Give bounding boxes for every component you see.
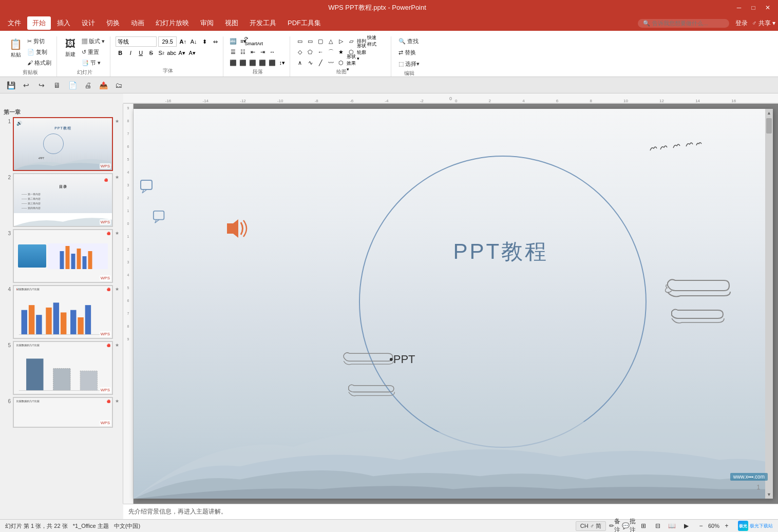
search-input[interactable] [652, 20, 724, 26]
font-size-down-button[interactable]: A↓ [189, 37, 198, 46]
shape-wave-button[interactable]: ∿ [306, 58, 315, 67]
slide-thumb-4[interactable]: 4 🔴 比较数据的几个比较 📢 WPS [3, 285, 120, 339]
section-button[interactable]: 📑 节 ▾ [80, 58, 107, 68]
shape-tri-button[interactable]: △ [326, 36, 335, 46]
select-button[interactable]: ⬚ 选择▾ [396, 59, 422, 69]
menu-pdf[interactable]: PDF工具集 [282, 16, 326, 30]
redo-button[interactable]: ↪ [35, 79, 48, 92]
shape-curve-button[interactable]: ⌒ [326, 47, 335, 56]
share-btn[interactable]: ♂ 共享 ▾ [752, 19, 775, 28]
slide-canvas[interactable]: PPT教程 [134, 109, 773, 499]
char-spacing-button[interactable]: ⇔ [211, 37, 220, 46]
menu-view[interactable]: 视图 [220, 16, 243, 30]
save-qa-button[interactable]: 💾 [4, 79, 17, 92]
preview-button[interactable]: 📄 [66, 79, 79, 92]
shape-arc-button[interactable]: ∧ [295, 58, 305, 67]
justify-button[interactable]: ⬛ [258, 58, 267, 67]
shape-para-button[interactable]: ▱ [347, 36, 356, 46]
find-button[interactable]: 🔍 查找 [396, 36, 422, 46]
shape-rounded-button[interactable]: ▢ [316, 36, 325, 46]
minimize-button[interactable]: ─ [734, 3, 744, 13]
slideshow-button[interactable]: ▶ [681, 521, 692, 530]
shape-pentagon-button[interactable]: ⬠ [306, 47, 315, 56]
menu-insert[interactable]: 插入 [52, 16, 75, 30]
shape-line-button[interactable]: ╱ [316, 58, 325, 67]
shape-rtri-button[interactable]: ▷ [336, 36, 346, 46]
font-size-input[interactable] [158, 36, 177, 47]
reset-button[interactable]: ↺ 重置 [80, 47, 107, 57]
align-right-button[interactable]: ⬛ [248, 58, 257, 67]
close-button[interactable]: ✕ [763, 3, 773, 13]
menu-file[interactable]: 文件 [3, 16, 26, 30]
shadow-button[interactable]: S2 [157, 48, 166, 58]
menu-review[interactable]: 审阅 [195, 16, 219, 30]
menu-home[interactable]: 开始 [27, 16, 51, 30]
shape-star-button[interactable]: ★ [336, 47, 346, 56]
font-name-input[interactable] [116, 36, 157, 47]
underline-button[interactable]: U [136, 48, 145, 58]
bold-button[interactable]: B [116, 48, 125, 58]
slide-image-5[interactable]: 🔴 比较数据的几个比较 WPS [13, 341, 113, 395]
shape-more-button[interactable]: ⬡ [336, 58, 346, 67]
menu-slideshow[interactable]: 幻灯片放映 [150, 16, 194, 30]
slide-image-1[interactable]: PPT教程 •PPT 🔊 WPS [13, 117, 113, 171]
align-center-button[interactable]: ⬛ [238, 58, 248, 67]
slide-thumb-6[interactable]: 6 🔴 比较数据的几个比较 WPS ★ [3, 397, 120, 428]
slide-image-4[interactable]: 🔴 比较数据的几个比较 📢 WPS [13, 285, 113, 339]
shape-rect-button[interactable]: ▭ [295, 36, 305, 46]
input-mode-btn[interactable]: CH ♂ 简 [576, 521, 606, 531]
undo-button[interactable]: ↩ [20, 79, 33, 92]
smartart-button[interactable]: ⟳ SmartArt [249, 36, 258, 46]
canvas-area[interactable]: 9876543210123456789 [123, 104, 778, 504]
shape-diamond-button[interactable]: ◇ [295, 47, 305, 56]
reading-view-button[interactable]: 📖 [667, 521, 678, 530]
align-left-button[interactable]: ⬛ [229, 58, 238, 67]
font-color-button[interactable]: A▾ [177, 48, 186, 58]
slide-image-2[interactable]: 🔴 目 录 ─── 第一章内容 ─── 第二章内容 ─── 第三章内容 ─── … [13, 173, 113, 227]
slide-thumb-3[interactable]: 3 🔴 [3, 229, 120, 283]
slideshow-qa-button[interactable]: 🖥 [50, 79, 64, 92]
print-button[interactable]: 🖨 [81, 79, 94, 92]
slide-image-3[interactable]: 🔴 WPS [13, 229, 113, 283]
char-case-button[interactable]: abc [167, 48, 176, 58]
text-direction-button[interactable]: ⬍ [200, 37, 209, 46]
comment-button[interactable]: 💬批注 [623, 521, 635, 530]
menu-developer[interactable]: 开发工具 [244, 16, 281, 30]
slide-thumb-5[interactable]: 5 🔴 比较数据的几个比较 WPS ★ [3, 341, 120, 395]
login-btn[interactable]: 登录 [735, 19, 748, 28]
numbering-button[interactable]: ☷ [238, 47, 248, 56]
layout-button[interactable]: ▦ 版式 ▾ [80, 36, 107, 46]
new-slide-button[interactable]: 🖼 新建 [62, 36, 79, 60]
menu-transitions[interactable]: 切换 [101, 16, 125, 30]
menu-animations[interactable]: 动画 [126, 16, 149, 30]
shape-arrow-button[interactable]: ← [316, 47, 325, 56]
shape-freeform-button[interactable]: 〰 [326, 58, 335, 67]
copy-button[interactable]: 📄 复制 [25, 47, 53, 57]
decrease-indent-button[interactable]: ⇤ [248, 47, 257, 56]
line-spacing-button[interactable]: ↕▾ [277, 58, 287, 67]
normal-view-button[interactable]: ⊞ [638, 521, 649, 530]
annotate-button[interactable]: ✏备注 [609, 521, 620, 530]
format-painter-button[interactable]: 🖌 格式刷 [25, 58, 53, 68]
text-flow-button[interactable]: ↔ [268, 47, 277, 56]
cut-button[interactable]: ✂ 剪切 [25, 36, 53, 46]
font-highlight-button[interactable]: A▾ [187, 48, 197, 58]
replace-button[interactable]: ⇄ 替换 [396, 48, 422, 58]
custom-qa-button[interactable]: 📤 [97, 79, 110, 92]
paste-button[interactable]: 📋 粘贴 [7, 36, 24, 60]
zoom-in-button[interactable]: + [721, 521, 732, 530]
vertical-scrollbar[interactable]: ▲ ▼ [765, 109, 773, 499]
zoom-out-button[interactable]: − [695, 521, 707, 530]
bullets-button[interactable]: ☰ [229, 47, 238, 56]
maximize-button[interactable]: □ [748, 3, 758, 13]
shape-effect-button[interactable]: 形状效果▾ [347, 58, 356, 67]
font-size-up-button[interactable]: A↑ [178, 37, 187, 46]
shape-outline-button[interactable]: 形状轮廓▾ [357, 47, 366, 56]
slide-panel[interactable]: 第一章 1 PPT教程 •PPT 🔊 WPS ★ [0, 104, 123, 504]
text-direction-v-button[interactable]: 🔤 [229, 36, 238, 46]
italic-button[interactable]: I [126, 48, 135, 58]
other-qa-button[interactable]: 🗂 [112, 79, 125, 92]
strikethrough-button[interactable]: S [146, 48, 156, 58]
increase-indent-button[interactable]: ⇥ [258, 47, 267, 56]
slide-sorter-button[interactable]: ⊟ [652, 521, 663, 530]
